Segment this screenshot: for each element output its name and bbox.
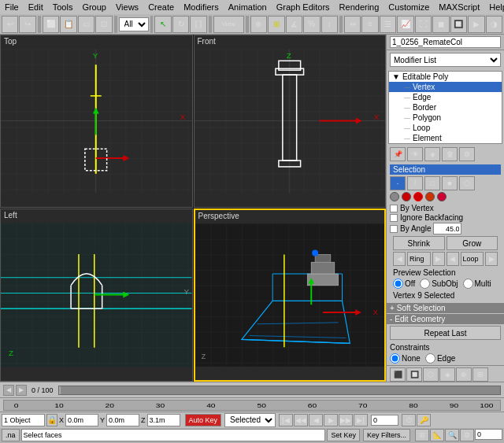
- repeat-last-button[interactable]: Repeat Last: [390, 326, 501, 340]
- color-swatch-3[interactable]: [413, 192, 423, 201]
- schematic-view[interactable]: ⛶: [415, 16, 432, 33]
- vertex-icon-btn[interactable]: ·: [390, 176, 406, 190]
- viewport-perspective[interactable]: Perspective: [194, 209, 387, 382]
- element-icon-btn[interactable]: ⬡: [459, 176, 475, 190]
- constraint-edge-option[interactable]: Edge: [425, 353, 455, 364]
- auto-key-button[interactable]: Auto Key: [185, 414, 222, 426]
- menu-animation[interactable]: Animation: [224, 2, 272, 12]
- na-button[interactable]: .na: [2, 429, 20, 441]
- menu-maxscript[interactable]: MAXScript: [434, 2, 484, 12]
- menu-rendering[interactable]: Rendering: [335, 2, 384, 12]
- go-end-button[interactable]: ▶|: [354, 414, 368, 426]
- border-icon-btn[interactable]: □: [424, 176, 440, 190]
- modifier-list-dropdown[interactable]: Modifier List: [390, 53, 501, 67]
- go-start-button[interactable]: |◀: [279, 414, 293, 426]
- ring-prev-button[interactable]: ◀: [393, 252, 406, 266]
- modifier-border[interactable]: — Border: [389, 102, 502, 113]
- shrink-button[interactable]: Shrink: [393, 236, 445, 250]
- select-move-button[interactable]: ↖: [154, 16, 171, 33]
- play-backward-button[interactable]: ◀: [309, 414, 323, 426]
- modifier-element[interactable]: — Element: [389, 133, 502, 143]
- snap-toggle[interactable]: ⊞: [268, 16, 284, 33]
- rect-select-button[interactable]: ▭: [78, 16, 94, 33]
- object-name-field[interactable]: 1_0256_RemateCol: [390, 36, 501, 48]
- constraint-none-option[interactable]: None: [390, 353, 421, 364]
- select-scale-button[interactable]: ⟦⟧: [190, 16, 206, 33]
- frame-track[interactable]: 0 10 20 30 40 50 60 70 80 90 100: [3, 400, 501, 411]
- configure-modifier-sets[interactable]: ⚙: [459, 147, 475, 161]
- preview-off-option[interactable]: Off: [393, 279, 415, 289]
- menu-tools[interactable]: Tools: [48, 2, 78, 12]
- by-vertex-checkbox[interactable]: [390, 205, 398, 212]
- align-button[interactable]: ≡: [361, 16, 378, 33]
- key-mode-button[interactable]: 🔑: [417, 414, 431, 426]
- panel-extra-btn-1[interactable]: ⬛: [390, 367, 406, 382]
- timeline-track[interactable]: [58, 386, 501, 395]
- redo-button[interactable]: ↪: [19, 16, 35, 33]
- selected-dropdown[interactable]: Selected: [224, 413, 276, 427]
- show-result-button[interactable]: 👁: [407, 147, 423, 161]
- ring-dropdown[interactable]: Ring: [407, 252, 431, 266]
- select-rotate-button[interactable]: ↻: [172, 16, 189, 33]
- next-frame-button[interactable]: ▶▶: [339, 414, 353, 426]
- mini-btn-3[interactable]: 🔍: [445, 429, 459, 441]
- set-key-button[interactable]: Set Key: [327, 429, 360, 441]
- viewport-top[interactable]: Top: [0, 35, 193, 208]
- material-editor[interactable]: ◼: [432, 16, 449, 33]
- by-angle-input[interactable]: [433, 223, 461, 234]
- by-angle-checkbox[interactable]: [390, 225, 398, 233]
- mini-btn-1[interactable]: ⊞: [415, 429, 429, 441]
- menu-views[interactable]: Views: [111, 2, 143, 12]
- mirror-button[interactable]: ⇔: [344, 16, 361, 33]
- loop-prev-button[interactable]: ◀: [447, 252, 459, 266]
- make-unique-button[interactable]: ◈: [424, 147, 440, 161]
- mini-btn-2[interactable]: 📐: [430, 429, 444, 441]
- panel-extra-btn-5[interactable]: ⊕: [456, 367, 472, 382]
- polygon-icon-btn[interactable]: ■: [442, 176, 458, 190]
- time-config-button[interactable]: ⏱: [402, 414, 416, 426]
- lock-button[interactable]: 🔒: [46, 414, 57, 426]
- angle-snap-toggle[interactable]: ∡: [286, 16, 302, 33]
- timeline-next-btn[interactable]: ▶: [16, 385, 27, 396]
- menu-help[interactable]: Help: [484, 2, 504, 12]
- loop-next-button[interactable]: ▶: [485, 252, 498, 266]
- timeline-prev-btn[interactable]: ◀: [3, 385, 14, 396]
- loop-dropdown[interactable]: Loop: [461, 252, 484, 266]
- render-setup[interactable]: 🔲: [450, 16, 467, 33]
- modifier-loop[interactable]: — Loop: [389, 123, 502, 133]
- key-filters-button[interactable]: Key Filters...: [363, 429, 410, 441]
- select-object-button[interactable]: ⬜: [43, 16, 59, 33]
- mini-btn-4[interactable]: ⚙: [460, 429, 474, 441]
- panel-extra-btn-2[interactable]: 🔲: [406, 367, 422, 382]
- menu-modifiers[interactable]: Modifiers: [179, 2, 224, 12]
- edit-geometry-header[interactable]: - Edit Geometry: [387, 314, 504, 324]
- x-value-field[interactable]: 0.0m: [65, 414, 98, 426]
- panel-extra-btn-6[interactable]: ⊞: [472, 367, 488, 382]
- spinner-snap-toggle[interactable]: ↕: [321, 16, 338, 33]
- select-by-name-button[interactable]: 📋: [60, 16, 76, 33]
- curve-editor[interactable]: 📈: [397, 16, 413, 33]
- menu-create[interactable]: Create: [143, 2, 179, 12]
- active-shade[interactable]: ◑: [486, 16, 502, 33]
- pin-stack-button[interactable]: 📌: [390, 147, 406, 161]
- viewport-front[interactable]: Front X Z: [194, 35, 387, 208]
- z-value-field[interactable]: 3.1m: [147, 414, 180, 426]
- window-cross-button[interactable]: ⊡: [95, 16, 112, 33]
- panel-extra-btn-3[interactable]: ⬡: [423, 367, 439, 382]
- preview-multi-option[interactable]: Multi: [463, 279, 491, 289]
- menu-edit[interactable]: Edit: [24, 2, 48, 12]
- color-swatch-1[interactable]: [390, 192, 399, 201]
- render-button[interactable]: ▶: [468, 16, 484, 33]
- panel-extra-btn-4[interactable]: ◈: [439, 367, 455, 382]
- color-swatch-2[interactable]: [402, 192, 411, 201]
- viewport-left[interactable]: Left: [0, 209, 193, 382]
- undo-button[interactable]: ↩: [2, 16, 18, 33]
- modifier-editable-poly[interactable]: ▼ Editable Poly: [389, 72, 502, 82]
- pivot-button[interactable]: ⊕: [250, 16, 267, 33]
- remove-modifier-button[interactable]: 🗑: [442, 147, 458, 161]
- modifier-edge[interactable]: — Edge: [389, 92, 502, 102]
- play-forward-button[interactable]: ▶: [324, 414, 338, 426]
- menu-file[interactable]: File: [0, 2, 24, 12]
- grow-button[interactable]: Grow: [447, 236, 498, 250]
- prev-frame-button[interactable]: ◀◀: [294, 414, 308, 426]
